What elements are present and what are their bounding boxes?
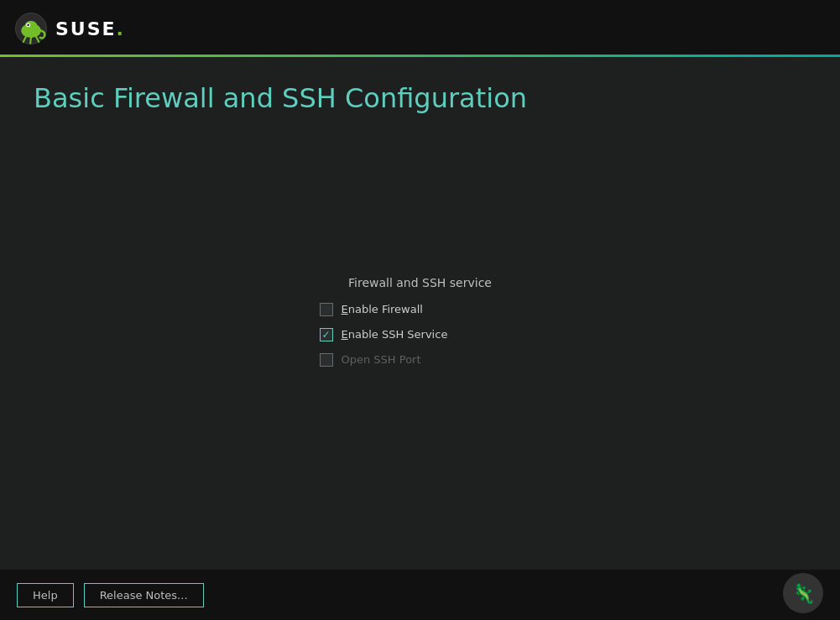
- section-label: Firewall and SSH service: [348, 276, 492, 289]
- open-ssh-port-label: Open SSH Port: [342, 353, 421, 366]
- suse-brand-text: SUSE.: [55, 18, 125, 39]
- header-bar: SUSE.: [0, 0, 840, 57]
- release-notes-button[interactable]: Release Notes...: [84, 583, 204, 607]
- suse-chameleon-icon: [13, 11, 49, 46]
- checkmark-icon: ✓: [321, 330, 330, 340]
- watermark-circle: 🦎: [783, 573, 823, 613]
- svg-point-4: [27, 24, 29, 27]
- suse-logo: SUSE.: [13, 11, 125, 46]
- svg-line-6: [30, 37, 31, 44]
- form-section: Firewall and SSH service Enable Firewall…: [34, 131, 806, 544]
- enable-ssh-checkbox[interactable]: ✓: [320, 328, 333, 341]
- checkbox-group: Enable Firewall ✓ Enable SSH Service Ope…: [320, 303, 521, 367]
- open-ssh-port-row[interactable]: Open SSH Port: [320, 353, 521, 367]
- enable-firewall-checkbox[interactable]: [320, 303, 333, 316]
- enable-firewall-row[interactable]: Enable Firewall: [320, 303, 521, 316]
- svg-point-2: [24, 21, 37, 32]
- enable-ssh-label: Enable SSH Service: [342, 328, 448, 341]
- watermark-icon: 🦎: [792, 583, 815, 604]
- enable-firewall-label: Enable Firewall: [342, 303, 423, 315]
- open-ssh-port-checkbox[interactable]: [320, 353, 333, 367]
- help-button[interactable]: Help: [17, 583, 74, 607]
- page-title: Basic Firewall and SSH Configuration: [34, 82, 806, 114]
- main-content: Basic Firewall and SSH Configuration Fir…: [0, 57, 840, 570]
- enable-ssh-row[interactable]: ✓ Enable SSH Service: [320, 328, 521, 341]
- footer-bar: Help Release Notes... 🦎: [0, 570, 840, 620]
